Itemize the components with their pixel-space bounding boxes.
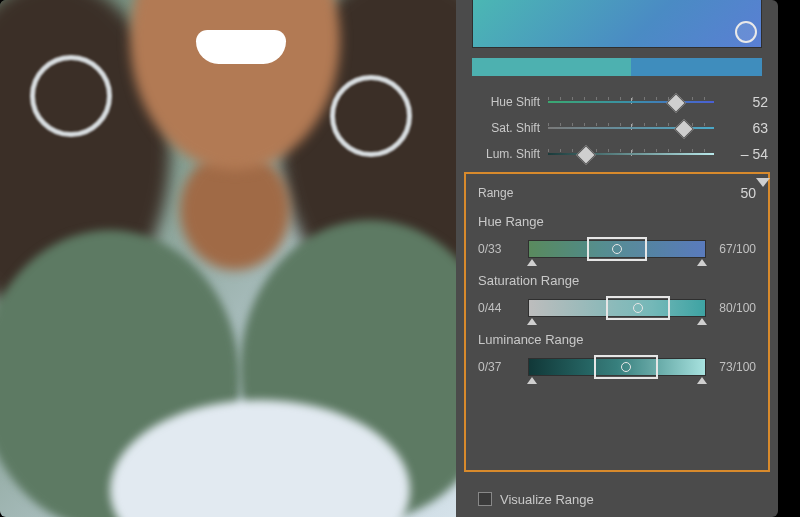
- luminance-range-stop-left[interactable]: [527, 377, 537, 384]
- lum-shift-label: Lum. Shift: [466, 147, 548, 161]
- window-edge: [778, 0, 800, 517]
- hue-shift-value[interactable]: 52: [714, 94, 768, 110]
- color-swatch-strip[interactable]: [472, 58, 762, 76]
- lum-shift-value[interactable]: – 54: [714, 146, 768, 162]
- saturation-range-stop-right[interactable]: [697, 318, 707, 325]
- saturation-range-title: Saturation Range: [478, 273, 756, 288]
- lum-shift-slider[interactable]: [548, 147, 714, 161]
- luminance-range-control: 0/37 73/100: [478, 353, 756, 381]
- hue-shift-label: Hue Shift: [466, 95, 548, 109]
- visualize-range-row: Visualize Range: [478, 487, 594, 511]
- hue-range-stop-right[interactable]: [697, 259, 707, 266]
- hue-range-control: 0/33 67/100: [478, 235, 756, 263]
- range-slider[interactable]: [538, 186, 720, 200]
- sat-shift-row: Sat. Shift 63: [466, 116, 768, 140]
- color-swatch-preview[interactable]: [472, 0, 762, 48]
- hue-range-stop-left[interactable]: [527, 259, 537, 266]
- saturation-range-stop-left[interactable]: [527, 318, 537, 325]
- color-adjust-panel: Hue Shift 52 Sat. Shift 63: [456, 0, 778, 517]
- saturation-range-bar[interactable]: [528, 296, 706, 320]
- visualize-range-label: Visualize Range: [500, 492, 594, 507]
- hue-shift-row: Hue Shift 52: [466, 90, 768, 114]
- sat-shift-label: Sat. Shift: [466, 121, 548, 135]
- hue-range-right: 67/100: [706, 242, 756, 256]
- luminance-range-title: Luminance Range: [478, 332, 756, 347]
- luminance-range-right: 73/100: [706, 360, 756, 374]
- luminance-range-left: 0/37: [478, 360, 528, 374]
- luminance-range-bar[interactable]: [528, 355, 706, 379]
- range-value[interactable]: 50: [724, 185, 756, 201]
- range-section-highlight: Range 50 Hue Range 0/33: [464, 172, 770, 472]
- saturation-range-control: 0/44 80/100: [478, 294, 756, 322]
- range-row: Range 50: [478, 182, 756, 204]
- sat-shift-value[interactable]: 63: [714, 120, 768, 136]
- visualize-range-checkbox[interactable]: [478, 492, 492, 506]
- hue-range-bar[interactable]: [528, 237, 706, 261]
- luminance-range-stop-right[interactable]: [697, 377, 707, 384]
- range-collapse-icon[interactable]: [756, 178, 770, 187]
- image-preview: [0, 0, 456, 517]
- sat-shift-slider[interactable]: [548, 121, 714, 135]
- hue-range-left: 0/33: [478, 242, 528, 256]
- saturation-range-right: 80/100: [706, 301, 756, 315]
- saturation-range-left: 0/44: [478, 301, 528, 315]
- lum-shift-row: Lum. Shift – 54: [466, 142, 768, 166]
- hue-range-title: Hue Range: [478, 214, 756, 229]
- hue-shift-slider[interactable]: [548, 95, 714, 109]
- range-label: Range: [478, 186, 534, 200]
- color-picker-dot-icon[interactable]: [735, 21, 757, 43]
